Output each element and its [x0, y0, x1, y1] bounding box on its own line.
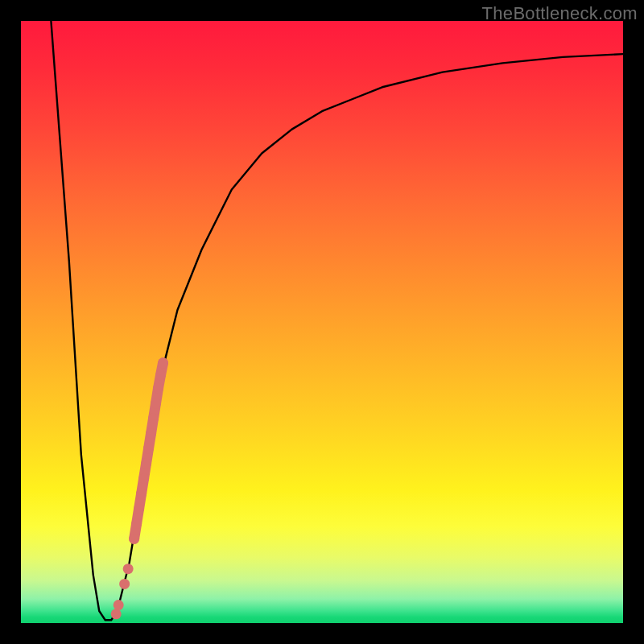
highlight-dot [146, 428, 156, 439]
highlight-dot [158, 357, 168, 368]
highlight-points [111, 357, 168, 619]
highlight-dot [143, 444, 154, 454]
chart-svg [21, 21, 623, 623]
plot-area [21, 21, 623, 623]
highlight-dot [114, 600, 124, 610]
highlight-dot [123, 564, 134, 574]
highlight-dot [134, 503, 144, 514]
highlight-dot [111, 609, 122, 619]
highlight-dot [151, 398, 161, 408]
highlight-dot [119, 579, 130, 589]
highlight-dot [138, 473, 149, 484]
highlight-dot [141, 458, 151, 469]
chart-frame: TheBottleneck.com [0, 0, 644, 644]
highlight-dot [148, 413, 159, 423]
highlight-dot [153, 383, 163, 394]
highlight-dot [129, 534, 139, 544]
highlight-dot [131, 518, 142, 529]
highlight-dot [136, 489, 147, 499]
highlight-dot [155, 369, 166, 380]
